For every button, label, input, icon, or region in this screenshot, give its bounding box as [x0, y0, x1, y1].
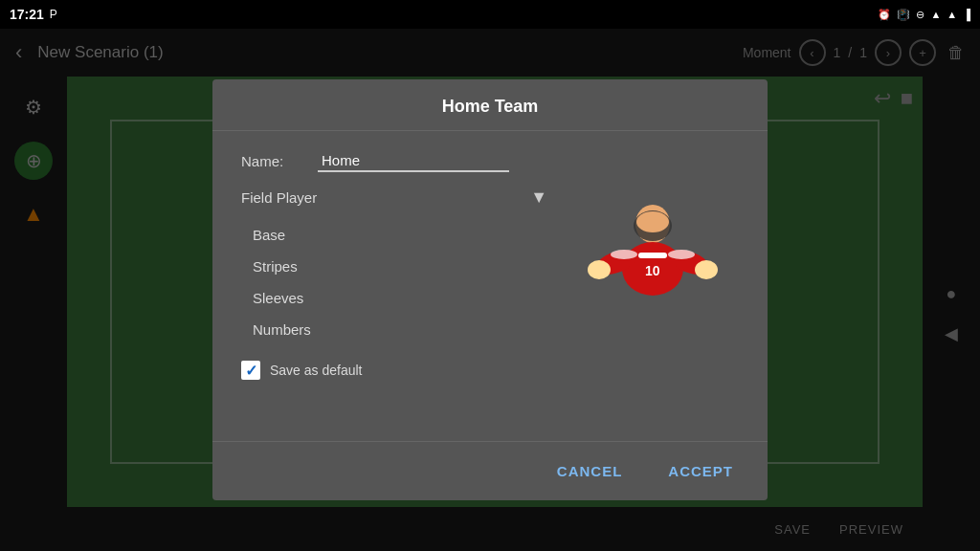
name-label: Name: — [241, 153, 318, 169]
name-input[interactable] — [318, 150, 509, 172]
menu-item-sleeves[interactable]: Sleeves — [241, 282, 547, 314]
home-team-dialog: Home Team Name: Field Player ▼ Base Stri… — [212, 79, 768, 500]
svg-rect-4 — [638, 253, 667, 258]
svg-point-10 — [611, 250, 637, 259]
field-player-dropdown[interactable]: Field Player ▼ — [241, 187, 547, 208]
battery-icon: ▐ — [963, 9, 970, 20]
status-bar: 17:21 P ⏰ 📳 ⊖ ▲ ▲ ▐ — [0, 0, 980, 29]
save-default-row[interactable]: ✓ Save as default — [241, 361, 547, 380]
svg-point-8 — [588, 260, 611, 279]
checkbox-checkmark-icon: ✓ — [245, 362, 257, 380]
content-row: Field Player ▼ Base Stripes Sleeves Numb… — [241, 187, 739, 380]
dialog-overlay: Home Team Name: Field Player ▼ Base Stri… — [0, 29, 980, 551]
svg-text:10: 10 — [645, 263, 660, 278]
save-default-checkbox[interactable]: ✓ — [241, 361, 260, 380]
alarm-icon: ⏰ — [878, 9, 891, 21]
status-bar-right: ⏰ 📳 ⊖ ▲ ▲ ▐ — [878, 9, 970, 21]
app-icon: P — [50, 8, 57, 21]
svg-point-9 — [695, 260, 718, 279]
signal-icon: ▲ — [947, 9, 957, 20]
dropdown-arrow-icon: ▼ — [530, 187, 547, 208]
save-default-label: Save as default — [270, 363, 363, 378]
status-bar-left: 17:21 P — [10, 7, 57, 22]
dnd-icon: ⊖ — [916, 9, 924, 21]
dialog-footer: CANCEL ACCEPT — [212, 441, 768, 500]
name-row: Name: — [241, 150, 739, 172]
dialog-title: Home Team — [212, 79, 768, 131]
menu-item-base[interactable]: Base — [241, 219, 547, 251]
menu-item-stripes[interactable]: Stripes — [241, 251, 547, 282]
vibrate-icon: 📳 — [897, 9, 910, 21]
dialog-left: Field Player ▼ Base Stripes Sleeves Numb… — [241, 187, 547, 380]
dialog-body: Name: Field Player ▼ Base Stripes Sleeve… — [212, 131, 768, 441]
dropdown-label: Field Player — [241, 189, 530, 206]
svg-point-11 — [668, 250, 695, 259]
svg-point-2 — [636, 211, 669, 232]
cancel-button[interactable]: CANCEL — [546, 457, 635, 485]
wifi-icon: ▲ — [930, 9, 941, 20]
accept-button[interactable]: ACCEPT — [657, 457, 745, 485]
status-time: 17:21 — [10, 7, 44, 22]
player-avatar: 10 — [567, 187, 739, 341]
menu-item-numbers[interactable]: Numbers — [241, 314, 547, 345]
player-figure: 10 — [576, 197, 729, 331]
